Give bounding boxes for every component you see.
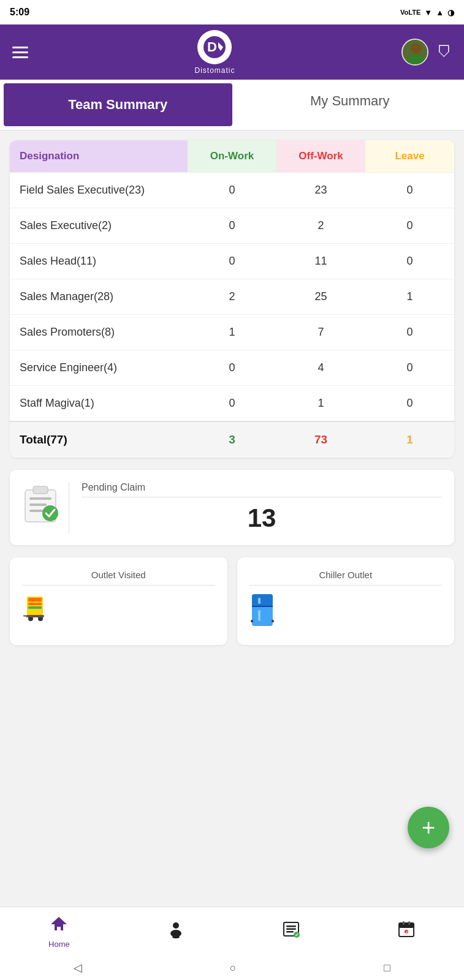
clipboard-icon (22, 484, 59, 524)
android-navigation: ◁ ○ □ (0, 956, 464, 980)
hamburger-line-1 (12, 47, 28, 48)
signal-icon: ▲ (436, 8, 444, 17)
row-2-onwork: 0 (188, 244, 276, 279)
pending-claim-icon (22, 484, 59, 531)
svg-rect-10 (29, 503, 47, 506)
filter-icon[interactable]: ⛉ (437, 43, 452, 61)
svg-marker-28 (51, 917, 67, 930)
row-4-leave: 0 (365, 315, 454, 350)
svg-point-12 (42, 505, 58, 521)
pending-claim-value: 13 (82, 503, 442, 533)
chiller-divider (249, 585, 443, 586)
status-time: 5:09 (10, 7, 29, 18)
app-name: Distomatic (194, 66, 235, 75)
app-logo: D Distomatic (194, 30, 235, 75)
svg-rect-25 (258, 610, 261, 621)
outlet-visited-title: Outlet Visited (22, 570, 215, 580)
battery-icon: ◑ (447, 8, 454, 17)
row-0-designation: Field Sales Executive(23) (10, 173, 188, 208)
calendar-icon: ✓ (397, 920, 416, 943)
main-content: Designation On-Work Off-Work Leave Field… (0, 130, 464, 667)
row-2-designation: Sales Head(11) (10, 244, 188, 279)
svg-rect-19 (26, 615, 44, 617)
row-2-leave: 0 (365, 244, 454, 279)
lte-icon: VoLTE (400, 9, 420, 16)
svg-rect-9 (29, 497, 51, 500)
svg-rect-16 (28, 606, 42, 609)
table-row: Staff Magiva(1) 0 1 0 (10, 385, 454, 421)
svg-rect-22 (252, 594, 273, 606)
table-row: Field Sales Executive(23) 0 23 0 (10, 172, 454, 208)
svg-rect-11 (29, 510, 43, 512)
header-right: ⛉ (401, 39, 452, 66)
pending-claim-content: Pending Claim 13 (69, 482, 442, 533)
back-button[interactable]: ◁ (74, 961, 82, 974)
svg-rect-20 (23, 615, 27, 617)
row-1-designation: Sales Executive(2) (10, 208, 188, 243)
person-icon (167, 920, 185, 943)
status-bar: 5:09 VoLTE ▼ ▲ ◑ (0, 0, 464, 24)
row-4-offwork: 7 (276, 315, 365, 350)
row-1-offwork: 2 (276, 208, 365, 243)
table-row: Service Engineer(4) 0 4 0 (10, 350, 454, 385)
row-3-designation: Sales Manager(28) (10, 279, 188, 314)
bottom-navigation: Home ✓ (0, 907, 464, 956)
user-avatar[interactable] (401, 39, 428, 66)
row-6-onwork: 0 (188, 386, 276, 421)
outlet-visited-card: Outlet Visited (10, 557, 227, 645)
svg-rect-26 (251, 620, 253, 622)
menu-button[interactable] (12, 47, 28, 58)
row-2-offwork: 11 (276, 244, 365, 279)
row-6-designation: Staff Magiva(1) (10, 386, 188, 421)
row-5-onwork: 0 (188, 350, 276, 385)
app-header: D Distomatic ⛉ (0, 24, 464, 80)
row-3-onwork: 2 (188, 279, 276, 314)
svg-rect-35 (286, 931, 294, 933)
svg-point-29 (173, 922, 179, 929)
hamburger-line-2 (12, 51, 28, 53)
bottom-cards: Outlet Visited Chiller Outlet (10, 557, 454, 645)
svg-text:D: D (207, 39, 217, 55)
fab-button[interactable]: + (408, 807, 449, 848)
chiller-icon (249, 593, 443, 633)
nav-calendar[interactable]: ✓ (397, 920, 416, 943)
row-4-designation: Sales Promoters(8) (10, 315, 188, 350)
tab-my-summary[interactable]: My Summary (236, 80, 465, 130)
hamburger-line-3 (12, 56, 28, 58)
logo-svg: D (202, 35, 227, 59)
logo-circle: D (197, 30, 232, 64)
svg-rect-34 (286, 929, 296, 930)
row-1-leave: 0 (365, 208, 454, 243)
home-button[interactable]: ○ (230, 962, 237, 974)
row-5-leave: 0 (365, 350, 454, 385)
table-row: Sales Executive(2) 0 2 0 (10, 208, 454, 243)
svg-rect-14 (28, 598, 42, 601)
row-1-onwork: 0 (188, 208, 276, 243)
row-5-offwork: 4 (276, 350, 365, 385)
svg-text:✓: ✓ (405, 930, 408, 934)
nav-person[interactable] (167, 920, 185, 943)
svg-rect-8 (33, 486, 48, 494)
svg-rect-41 (408, 921, 410, 925)
nav-home[interactable]: Home (48, 914, 70, 949)
pending-divider (82, 497, 442, 497)
svg-rect-27 (272, 620, 274, 622)
row-5-designation: Service Engineer(4) (10, 350, 188, 385)
recent-button[interactable]: □ (384, 962, 390, 974)
row-6-offwork: 1 (276, 386, 365, 421)
nav-list[interactable]: ✓ (282, 920, 300, 943)
row-4-onwork: 1 (188, 315, 276, 350)
svg-point-31 (172, 936, 180, 938)
total-leave: 1 (365, 422, 454, 458)
table-row: Sales Head(11) 0 11 0 (10, 243, 454, 279)
pending-claim-card: Pending Claim 13 (10, 470, 454, 545)
home-label: Home (48, 940, 70, 949)
shopping-cart-icon (22, 593, 54, 625)
tabs-container: Team Summary My Summary (0, 80, 464, 130)
outlet-divider (22, 585, 215, 586)
svg-rect-39 (399, 923, 414, 928)
total-row: Total(77) 3 73 1 (10, 421, 454, 458)
tab-team-summary[interactable]: Team Summary (4, 83, 232, 126)
wifi-icon: ▼ (424, 8, 432, 17)
svg-text:✓: ✓ (295, 932, 299, 938)
